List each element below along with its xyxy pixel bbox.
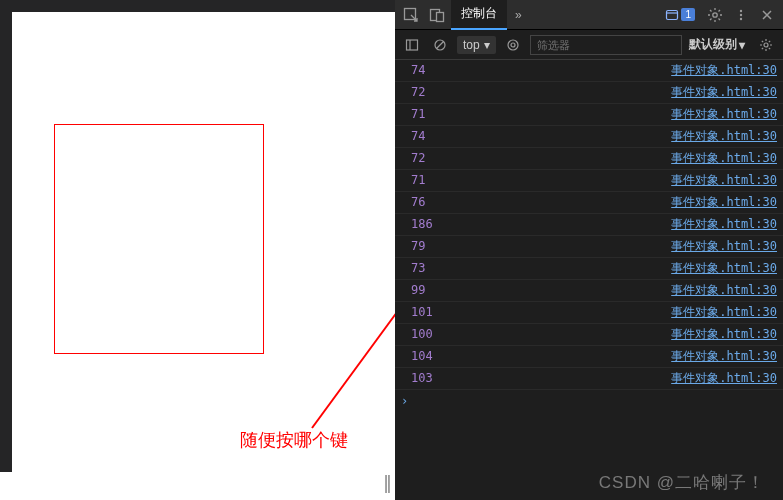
menu-icon[interactable] bbox=[729, 3, 753, 27]
settings-icon[interactable] bbox=[703, 3, 727, 27]
tabs-overflow-icon[interactable]: » bbox=[509, 2, 528, 28]
svg-point-6 bbox=[713, 12, 717, 16]
console-value: 101 bbox=[411, 305, 433, 319]
console-value: 186 bbox=[411, 217, 433, 231]
console-row: 72事件对象.html:30 bbox=[395, 82, 783, 104]
console-output[interactable]: 74事件对象.html:3072事件对象.html:3071事件对象.html:… bbox=[395, 60, 783, 500]
svg-point-14 bbox=[508, 40, 518, 50]
console-row: 73事件对象.html:30 bbox=[395, 258, 783, 280]
log-level-label: 默认级别 bbox=[689, 36, 737, 53]
editor-top-strip bbox=[0, 0, 395, 12]
live-expression-icon[interactable] bbox=[502, 34, 524, 56]
page-viewport: 随便按哪个键 ‖ bbox=[0, 0, 395, 500]
console-value: 79 bbox=[411, 239, 425, 253]
svg-rect-3 bbox=[437, 12, 444, 21]
console-source-link[interactable]: 事件对象.html:30 bbox=[671, 370, 777, 387]
console-value: 71 bbox=[411, 173, 425, 187]
console-source-link[interactable]: 事件对象.html:30 bbox=[671, 326, 777, 343]
console-source-link[interactable]: 事件对象.html:30 bbox=[671, 84, 777, 101]
console-value: 72 bbox=[411, 151, 425, 165]
console-row: 71事件对象.html:30 bbox=[395, 104, 783, 126]
console-row: 76事件对象.html:30 bbox=[395, 192, 783, 214]
console-source-link[interactable]: 事件对象.html:30 bbox=[671, 348, 777, 365]
console-source-link[interactable]: 事件对象.html:30 bbox=[671, 282, 777, 299]
console-source-link[interactable]: 事件对象.html:30 bbox=[671, 128, 777, 145]
console-value: 99 bbox=[411, 283, 425, 297]
console-value: 71 bbox=[411, 107, 425, 121]
console-row: 186事件对象.html:30 bbox=[395, 214, 783, 236]
console-value: 104 bbox=[411, 349, 433, 363]
close-icon[interactable] bbox=[755, 3, 779, 27]
sidebar-toggle-icon[interactable] bbox=[401, 34, 423, 56]
console-row: 103事件对象.html:30 bbox=[395, 368, 783, 390]
context-label: top bbox=[463, 38, 480, 52]
devtools-panel: 控制台 » 1 top ▾ 默认级别 bbox=[395, 0, 783, 500]
console-prompt[interactable] bbox=[395, 390, 783, 412]
console-source-link[interactable]: 事件对象.html:30 bbox=[671, 260, 777, 277]
context-selector[interactable]: top ▾ bbox=[457, 36, 496, 54]
console-value: 76 bbox=[411, 195, 425, 209]
demo-red-box[interactable] bbox=[54, 124, 264, 354]
console-source-link[interactable]: 事件对象.html:30 bbox=[671, 106, 777, 123]
tab-console[interactable]: 控制台 bbox=[451, 0, 507, 30]
console-value: 103 bbox=[411, 371, 433, 385]
inspect-icon[interactable] bbox=[399, 3, 423, 27]
console-row: 79事件对象.html:30 bbox=[395, 236, 783, 258]
svg-point-8 bbox=[740, 13, 742, 15]
issues-count: 1 bbox=[681, 8, 695, 21]
console-source-link[interactable]: 事件对象.html:30 bbox=[671, 238, 777, 255]
svg-point-16 bbox=[764, 43, 768, 47]
svg-line-13 bbox=[437, 41, 444, 48]
console-value: 100 bbox=[411, 327, 433, 341]
console-value: 74 bbox=[411, 129, 425, 143]
console-row: 71事件对象.html:30 bbox=[395, 170, 783, 192]
annotation-text: 随便按哪个键 bbox=[240, 428, 348, 452]
svg-rect-10 bbox=[407, 40, 418, 50]
filter-input[interactable] bbox=[530, 35, 682, 55]
svg-point-9 bbox=[740, 17, 742, 19]
bottom-strip: ‖ bbox=[0, 472, 395, 500]
console-row: 72事件对象.html:30 bbox=[395, 148, 783, 170]
svg-point-15 bbox=[511, 43, 515, 47]
watermark: CSDN @二哈喇子！ bbox=[599, 471, 765, 494]
console-source-link[interactable]: 事件对象.html:30 bbox=[671, 194, 777, 211]
console-source-link[interactable]: 事件对象.html:30 bbox=[671, 216, 777, 233]
devtools-tabs: 控制台 » 1 bbox=[395, 0, 783, 30]
console-toolbar: top ▾ 默认级别 ▾ bbox=[395, 30, 783, 60]
issues-badge[interactable]: 1 bbox=[659, 8, 701, 22]
chevron-down-icon: ▾ bbox=[484, 38, 490, 52]
console-source-link[interactable]: 事件对象.html:30 bbox=[671, 304, 777, 321]
console-settings-icon[interactable] bbox=[755, 34, 777, 56]
console-value: 73 bbox=[411, 261, 425, 275]
resize-handle-icon[interactable]: ‖ bbox=[383, 472, 395, 494]
console-source-link[interactable]: 事件对象.html:30 bbox=[671, 172, 777, 189]
console-row: 104事件对象.html:30 bbox=[395, 346, 783, 368]
device-toggle-icon[interactable] bbox=[425, 3, 449, 27]
clear-console-icon[interactable] bbox=[429, 34, 451, 56]
console-row: 100事件对象.html:30 bbox=[395, 324, 783, 346]
console-source-link[interactable]: 事件对象.html:30 bbox=[671, 150, 777, 167]
console-row: 101事件对象.html:30 bbox=[395, 302, 783, 324]
log-level-selector[interactable]: 默认级别 ▾ bbox=[689, 36, 745, 53]
chevron-down-icon: ▾ bbox=[739, 38, 745, 52]
console-value: 72 bbox=[411, 85, 425, 99]
console-source-link[interactable]: 事件对象.html:30 bbox=[671, 62, 777, 79]
editor-side-strip bbox=[0, 0, 12, 500]
svg-rect-4 bbox=[667, 10, 678, 19]
console-row: 99事件对象.html:30 bbox=[395, 280, 783, 302]
console-value: 74 bbox=[411, 63, 425, 77]
issues-icon bbox=[665, 8, 679, 22]
svg-point-7 bbox=[740, 9, 742, 11]
console-row: 74事件对象.html:30 bbox=[395, 126, 783, 148]
console-row: 74事件对象.html:30 bbox=[395, 60, 783, 82]
